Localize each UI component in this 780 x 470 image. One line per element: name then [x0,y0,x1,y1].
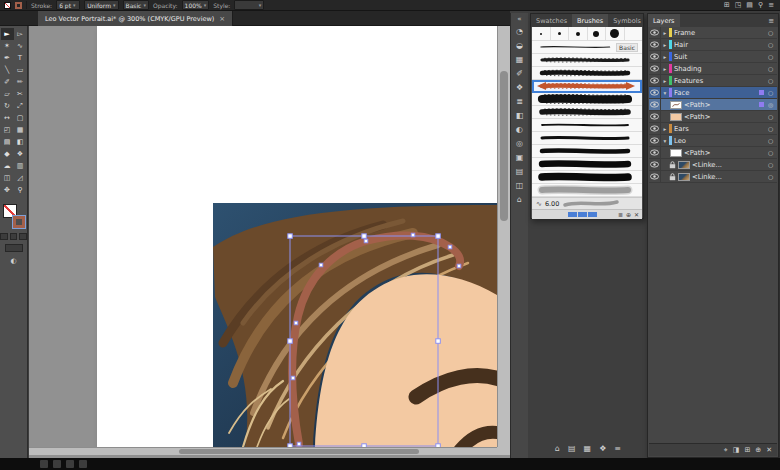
brush-item[interactable] [532,145,642,158]
tool-rectangle[interactable]: ▭ [14,64,27,76]
stroke-swatch[interactable] [13,216,25,228]
lock-icon[interactable] [668,173,676,181]
tool-type[interactable]: T [14,52,27,64]
brush-item[interactable] [532,106,642,119]
eye-icon[interactable] [649,171,661,182]
eye-icon[interactable] [649,63,661,74]
tool-magic-wand[interactable]: ✶ [1,40,14,52]
brush-definition-dropdown[interactable]: Basic▾ [123,0,149,10]
brush-item[interactable] [532,171,642,184]
tool-slice[interactable]: ◿ [14,172,27,184]
width-profile-dropdown[interactable]: Uniform▾ [84,0,118,10]
tool-scale[interactable]: ⤢ [14,100,27,112]
brush-weight-value[interactable]: 6.00 [545,200,559,208]
layer-item-row[interactable]: <Linke...○ [649,159,777,171]
brush-item[interactable] [532,119,642,132]
tool-rotate[interactable]: ↻ [1,100,14,112]
swatches-icon[interactable]: ▦ [512,54,528,65]
transparency-icon[interactable]: ◐ [512,124,528,135]
target-circle-icon[interactable]: ○ [766,161,775,168]
eye-icon[interactable] [649,27,661,38]
locate-object-icon[interactable]: ⌖ [724,446,728,454]
tool-scissors[interactable]: ✂ [14,88,27,100]
chevron-down-icon[interactable]: ▾ [661,90,669,96]
target-circle-icon[interactable]: ○ [766,65,775,72]
brushes-icon[interactable]: ✐ [512,68,528,79]
linked-image-thumbnail[interactable] [678,173,690,181]
brush-item[interactable] [532,158,642,171]
new-layer-icon[interactable]: ⊕ [755,446,761,454]
layers-icon[interactable]: ▤ [512,166,528,177]
layer-row-hair[interactable]: ▸Hair○ [649,39,777,51]
target-circle-icon[interactable]: ◎ [766,101,775,108]
taskbar-app-icon-1[interactable] [40,460,48,468]
brush-options-icon[interactable]: ≣ [618,211,623,218]
eye-icon[interactable] [649,75,661,86]
tool-line-segment[interactable]: ╲ [1,64,14,76]
gradient-icon[interactable]: ◧ [512,110,528,121]
close-tab-icon[interactable]: × [219,15,225,23]
layer-item-row[interactable]: <Path>○ [649,147,777,159]
target-circle-icon[interactable]: ○ [766,53,775,60]
brush-item[interactable] [532,93,642,106]
target-circle-icon[interactable]: ○ [766,173,775,180]
eye-icon[interactable] [649,123,661,134]
tool-hand[interactable]: ✥ [1,184,14,196]
gradient-button[interactable] [10,233,18,240]
taskbar-app-icon-2[interactable] [53,460,61,468]
layer-row-suit[interactable]: ▸Suit○ [649,51,777,63]
brush-item[interactable] [532,132,642,145]
taskbar-app-icon-4[interactable] [79,460,87,468]
tool-width[interactable]: ↔ [1,112,14,124]
artboards-icon[interactable]: ◫ [512,180,528,191]
tool-eyedropper[interactable]: ◆ [1,148,14,160]
eye-icon[interactable] [649,147,661,158]
target-circle-icon[interactable]: ○ [766,113,775,120]
panel-menu-icon[interactable]: ≡ [764,14,778,27]
clipping-mask-icon[interactable]: ◨ [733,446,740,454]
search-icon[interactable]: ⚲ [758,1,763,9]
layer-item-row[interactable]: <Path>○ [649,111,777,123]
opacity-field[interactable]: 100%▾ [182,0,210,10]
taskbar-app-icon-3[interactable] [66,460,74,468]
chevron-right-icon[interactable]: ▸ [661,78,669,84]
document-tab[interactable]: Leo Vector Portrait.ai* @ 300% (CMYK/GPU… [38,11,233,26]
tool-blend[interactable]: ❖ [14,148,27,160]
tool-shape-builder[interactable]: ◰ [1,124,14,136]
layer-item-row[interactable]: <Linke...○ [649,171,777,183]
target-circle-icon[interactable]: ○ [766,29,775,36]
brush-calligraphic-set[interactable] [532,27,642,41]
appearance-icon[interactable]: ◎ [512,138,528,149]
brush-scrubber[interactable] [568,212,597,217]
stroke-icon[interactable]: ≣ [512,96,528,107]
eye-icon[interactable] [649,111,661,122]
libraries-panel-icon[interactable]: ⌂ [555,444,560,453]
brush-item[interactable] [532,80,642,93]
swatch-libraries-icon[interactable]: ▦ [584,444,592,453]
chevron-right-icon[interactable]: ▸ [661,66,669,72]
brush-item[interactable] [532,67,642,80]
layer-row-face[interactable]: ▾Face○ [649,87,777,99]
layer-row-shading[interactable]: ▸Shading○ [649,63,777,75]
eye-icon[interactable] [649,39,661,50]
screen-mode-button[interactable]: ◐ [0,257,27,265]
stroke-color-well[interactable] [15,2,22,9]
tab-brushes[interactable]: Brushes [572,14,608,27]
tool-symbol-sprayer[interactable]: ☁ [1,160,14,172]
brush-libraries-icon[interactable]: ▤ [568,444,576,453]
tab-layers[interactable]: Layers [648,14,680,27]
layer-item-row[interactable]: <Path>◎ [649,99,777,111]
target-circle-icon[interactable]: ○ [766,89,775,96]
placed-artwork[interactable] [213,203,497,447]
graphic-styles-icon[interactable]: ▣ [512,152,528,163]
stroke-weight-field[interactable]: 6 pt▾ [56,0,80,10]
lock-icon[interactable] [668,161,676,169]
delete-brush-icon[interactable]: ✕ [634,211,639,218]
brush-item[interactable] [532,184,642,197]
vertical-scroll-thumb[interactable] [500,71,508,221]
tool-lasso[interactable]: ∿ [14,40,27,52]
tool-zoom[interactable]: ⚲ [14,184,27,196]
layer-row-features[interactable]: ▸Features○ [649,75,777,87]
tab-swatches[interactable]: Swatches [531,14,572,27]
panel-menu-icon[interactable]: ≡ [614,444,621,453]
